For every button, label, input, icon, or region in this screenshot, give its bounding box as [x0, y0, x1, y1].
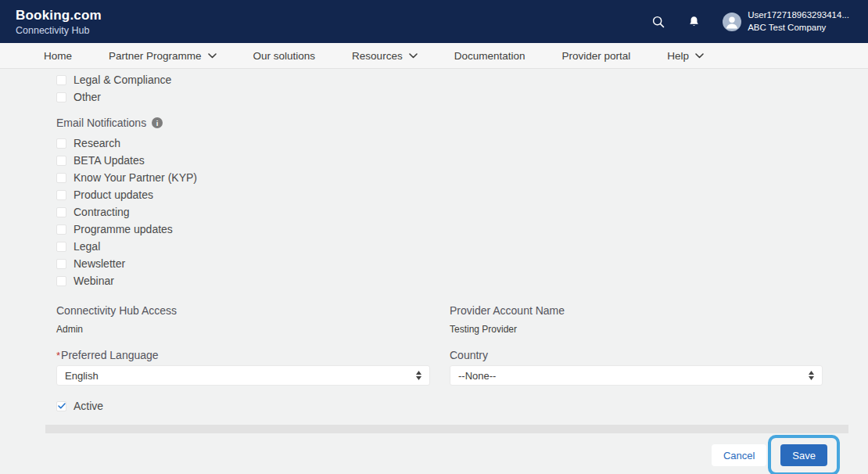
checkbox-active[interactable] [56, 401, 66, 411]
nav-label: Help [667, 50, 689, 62]
nav-label: Documentation [454, 50, 525, 62]
checkbox-label: Know Your Partner (KYP) [74, 171, 197, 184]
checkbox-beta-updates[interactable] [56, 156, 66, 166]
info-icon[interactable]: i [152, 117, 163, 128]
checkbox-label: Contracting [74, 206, 130, 218]
checkbox-research[interactable] [56, 138, 66, 149]
checkbox-other[interactable] [56, 92, 66, 102]
checkbox-label: BETA Updates [74, 154, 145, 167]
checkbox-product-updates[interactable] [56, 190, 66, 200]
form-content: Legal & Compliance Other Email Notificat… [0, 69, 868, 415]
required-marker: * [56, 350, 60, 361]
checkbox-label: Programme updates [74, 223, 173, 235]
brand-logo: Booking.com [16, 8, 102, 23]
checkbox-contracting[interactable] [56, 207, 66, 217]
checkbox-row-newsletter: Newsletter [56, 255, 868, 272]
preferred-language-select[interactable]: English [56, 365, 430, 386]
checkbox-row-webinar: Webinar [56, 272, 868, 289]
checkbox-row-programme-updates: Programme updates [56, 221, 868, 238]
save-button[interactable]: Save [780, 444, 827, 466]
selected-value: English [65, 370, 99, 382]
nav-item-partner-programme[interactable]: Partner Programme [109, 50, 217, 62]
chevron-down-icon [409, 53, 418, 59]
checkbox-row-active: Active [56, 397, 868, 415]
access-provider-row: Connectivity Hub Access Admin Provider A… [56, 304, 868, 335]
checkbox-label: Newsletter [74, 257, 125, 270]
provider-account-name-field: Provider Account Name Testing Provider [450, 304, 823, 335]
checkbox-label: Legal [74, 240, 100, 253]
brand-block: Booking.com Connectivity Hub [16, 8, 102, 36]
checkbox-label: Other [74, 91, 101, 103]
checkbox-row-beta-updates: BETA Updates [56, 152, 868, 169]
checkbox-row-legal-compliance: Legal & Compliance [56, 71, 868, 88]
connectivity-hub-access-field: Connectivity Hub Access Admin [56, 304, 430, 335]
country-label: Country [450, 349, 823, 361]
select-spinner-icon [809, 371, 814, 380]
nav-label: Resources [352, 50, 403, 62]
country-field: Country --None-- [450, 349, 823, 386]
checkbox-label: Active [74, 400, 103, 412]
checkbox-row-legal: Legal [56, 238, 868, 255]
app-header: Booking.com Connectivity Hub Use [0, 0, 868, 43]
country-select[interactable]: --None-- [450, 365, 823, 386]
checkbox-newsletter[interactable] [56, 259, 66, 269]
checkbox-row-contracting: Contracting [56, 203, 868, 221]
label-text: Preferred Language [61, 349, 159, 361]
selected-value: --None-- [458, 370, 496, 382]
notifications-bell-icon[interactable] [687, 15, 701, 29]
provider-account-name-value: Testing Provider [450, 324, 823, 335]
checkbox-label: Research [74, 137, 120, 149]
user-company: ABC Test Company [748, 22, 849, 34]
nav-label: Provider portal [561, 50, 630, 62]
preferred-language-label: *Preferred Language [56, 349, 430, 361]
nav-item-resources[interactable]: Resources [352, 50, 418, 62]
connectivity-hub-access-value: Admin [56, 324, 430, 335]
checkbox-label: Product updates [74, 189, 153, 201]
nav-label: Partner Programme [109, 50, 202, 62]
checkbox-legal[interactable] [56, 242, 66, 252]
connectivity-hub-access-label: Connectivity Hub Access [56, 304, 430, 317]
checkbox-legal-compliance[interactable] [56, 75, 66, 85]
app-subtitle: Connectivity Hub [16, 25, 102, 36]
checkbox-row-kyp: Know Your Partner (KYP) [56, 169, 868, 186]
checkbox-programme-updates[interactable] [56, 224, 66, 235]
check-icon [58, 403, 66, 409]
nav-label: Home [44, 50, 72, 62]
chevron-down-icon [208, 53, 217, 59]
cancel-button[interactable]: Cancel [712, 444, 766, 466]
checkbox-row-research: Research [56, 135, 868, 152]
email-notifications-label: Email Notifications [56, 117, 146, 129]
header-actions: User172718963293414... ABC Test Company [651, 9, 849, 34]
provider-account-name-label: Provider Account Name [450, 304, 823, 317]
checkbox-label: Webinar [74, 275, 114, 287]
nav-item-help[interactable]: Help [667, 50, 704, 62]
checkbox-kyp[interactable] [56, 173, 66, 183]
search-icon[interactable] [651, 15, 665, 29]
user-avatar-icon [723, 13, 741, 31]
nav-item-provider-portal[interactable]: Provider portal [561, 50, 630, 62]
preferred-language-field: *Preferred Language English [56, 349, 430, 386]
main-nav: Home Partner Programme Our solutions Res… [0, 43, 868, 69]
nav-label: Our solutions [253, 50, 316, 62]
language-country-row: *Preferred Language English Country --No… [56, 349, 868, 386]
nav-item-our-solutions[interactable]: Our solutions [253, 50, 316, 62]
nav-item-documentation[interactable]: Documentation [454, 50, 525, 62]
chevron-down-icon [695, 53, 704, 59]
horizontal-scrollbar-thumb[interactable] [45, 425, 848, 433]
save-button-highlight: Save [768, 435, 840, 474]
user-info: User172718963293414... ABC Test Company [748, 9, 849, 34]
checkbox-label: Legal & Compliance [74, 74, 171, 86]
checkbox-row-other: Other [56, 88, 868, 106]
checkbox-row-product-updates: Product updates [56, 186, 868, 203]
email-notifications-list: Research BETA Updates Know Your Partner … [56, 135, 868, 289]
form-footer: Cancel Save [0, 435, 868, 474]
user-name: User172718963293414... [748, 9, 849, 22]
nav-item-home[interactable]: Home [44, 50, 72, 62]
user-menu[interactable]: User172718963293414... ABC Test Company [723, 9, 849, 34]
select-spinner-icon [416, 371, 421, 380]
checkbox-webinar[interactable] [56, 276, 66, 286]
email-notifications-header: Email Notifications i [56, 116, 868, 130]
